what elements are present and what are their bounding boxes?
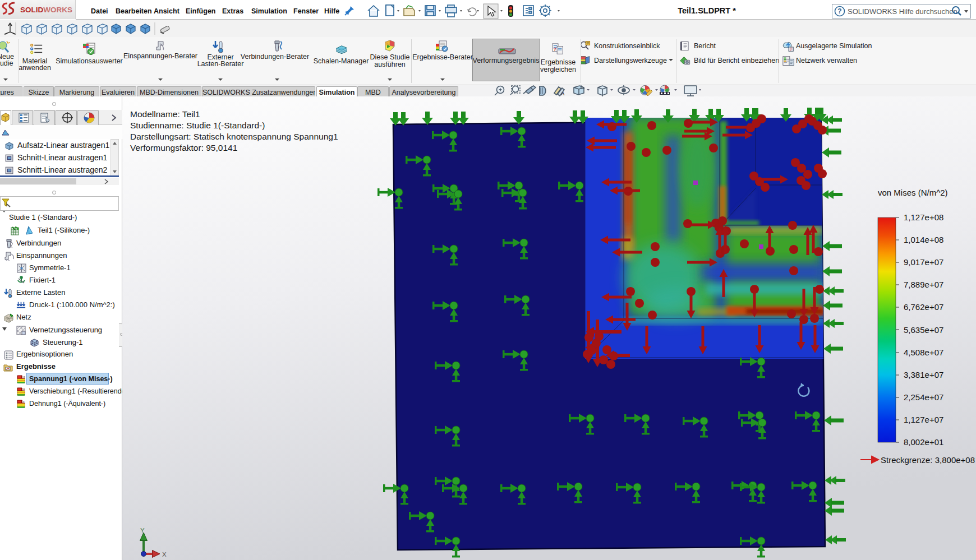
svg-text:5,635e+07: 5,635e+07 [904,325,943,335]
svg-text:σ: σ [23,374,25,379]
svg-text:Streckgrenze: 3,800e+08: Streckgrenze: 3,800e+08 [881,455,975,465]
svg-text:9,017e+07: 9,017e+07 [904,257,943,267]
svg-text:Studienname: Studie 1(-Standar: Studienname: Studie 1(-Standard-) [130,121,265,130]
svg-text:4,508e+07: 4,508e+07 [904,348,943,357]
svg-text:Y: Y [140,527,145,534]
svg-text:8,002e+01: 8,002e+01 [904,437,943,447]
svg-text:?: ? [554,47,556,52]
svg-text:Modellname: Teil1: Modellname: Teil1 [130,109,200,119]
svg-text:A: A [561,91,565,96]
svg-text:2,254e+07: 2,254e+07 [904,392,943,402]
svg-text:7,889e+07: 7,889e+07 [904,280,943,289]
svg-text:1,127e+07: 1,127e+07 [904,415,943,424]
svg-text:?: ? [837,7,841,15]
svg-text:ε: ε [23,399,25,404]
svg-text:3,381e+07: 3,381e+07 [904,370,943,379]
svg-text:6,762e+07: 6,762e+07 [904,302,943,312]
svg-text:SOLIDWORKS: SOLIDWORKS [20,6,72,14]
svg-text:X: X [162,551,167,558]
svg-text:von Mises (N/m^2): von Mises (N/m^2) [878,188,948,197]
svg-text:1,127e+08: 1,127e+08 [904,212,943,222]
svg-text:1,014e+08: 1,014e+08 [904,235,943,244]
svg-text:u: u [23,387,25,391]
svg-text:Darstellungsart: Statisch knot: Darstellungsart: Statisch knotenspannung… [130,132,338,141]
svg-text:Verformungsfaktor: 95,0141: Verformungsfaktor: 95,0141 [130,143,237,152]
